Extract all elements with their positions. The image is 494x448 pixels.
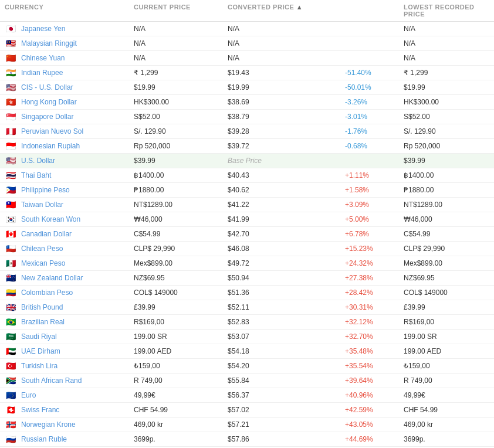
currency-name[interactable]: South Korean Won: [21, 215, 80, 223]
currency-name[interactable]: Swiss Franc: [21, 406, 59, 414]
currency-name[interactable]: Colombian Peso: [21, 289, 73, 297]
currency-cell: 🇵🇪Peruvian Nuevo Sol: [5, 127, 134, 135]
flag-icon: 🇺🇸: [5, 157, 16, 165]
price-diff: +30.31%: [345, 303, 404, 311]
currency-name[interactable]: Hong Kong Dollar: [21, 98, 77, 106]
table-row: 🇰🇷South Korean Won₩46,000$41.99+5.00%₩46…: [0, 212, 494, 227]
price-diff: +43.05%: [345, 420, 404, 429]
price-diff: +42.59%: [345, 406, 404, 414]
currency-cell: 🇰🇷South Korean Won: [5, 215, 134, 223]
lowest-price: $39.99: [404, 157, 489, 165]
current-price: CLP$ 29,990: [134, 245, 228, 253]
table-row: 🇯🇵Japanese YenN/AN/AN/A: [0, 22, 494, 36]
converted-price: $39.28: [228, 127, 345, 135]
lowest-price: R$169,00: [404, 318, 489, 326]
converted-price: $54.20: [228, 362, 345, 370]
price-diff: -0.68%: [345, 142, 404, 150]
converted-price: N/A: [228, 39, 345, 47]
converted-price: N/A: [228, 54, 345, 62]
price-diff: +35.54%: [345, 362, 404, 370]
table-row: 🇮🇩Indonesian RupiahRp 520,000$39.72-0.68…: [0, 139, 494, 154]
currency-name[interactable]: CIS - U.S. Dollar: [21, 83, 73, 91]
converted-price: $46.08: [228, 245, 345, 253]
currency-name[interactable]: Brazilian Real: [21, 318, 65, 326]
table-row: 🇨🇦Canadian DollarC$54.99$42.70+6.78%C$54…: [0, 227, 494, 242]
flag-icon: 🇹🇷: [5, 362, 16, 370]
currency-name[interactable]: British Pound: [21, 303, 63, 311]
currency-name[interactable]: U.S. Dollar: [21, 157, 55, 165]
price-diff: +28.42%: [345, 289, 404, 297]
currency-name[interactable]: Russian Ruble: [21, 435, 67, 443]
flag-icon: 🇬🇧: [5, 303, 16, 311]
currency-cell: 🇺🇸U.S. Dollar: [5, 157, 134, 165]
currency-cell: 🇺🇸CIS - U.S. Dollar: [5, 83, 134, 91]
currency-name[interactable]: Canadian Dollar: [21, 230, 72, 238]
currency-cell: 🇨🇴Colombian Peso: [5, 289, 134, 297]
lowest-price: 199.00 AED: [404, 347, 489, 355]
currency-name[interactable]: Indian Rupee: [21, 69, 63, 77]
table-row: 🇹🇭Thai Baht฿1400.00$40.43+1.11%฿1400.00: [0, 168, 494, 183]
currency-name[interactable]: Taiwan Dollar: [21, 201, 63, 209]
flag-icon: 🇷🇺: [5, 435, 16, 443]
converted-price: $38.79: [228, 113, 345, 121]
current-price: ₹ 1,299: [134, 69, 228, 77]
currency-name[interactable]: Indonesian Rupiah: [21, 142, 80, 150]
flag-icon: 🇵🇭: [5, 186, 16, 194]
currency-name[interactable]: UAE Dirham: [21, 347, 60, 355]
table-row: 🇸🇬Singapore DollarS$52.00$38.79-3.01%S$5…: [0, 110, 494, 124]
currency-name[interactable]: Turkish Lira: [21, 362, 57, 370]
price-diff: +24.32%: [345, 259, 404, 267]
current-price: CHF 54.99: [134, 406, 228, 414]
current-price: C$54.99: [134, 230, 228, 238]
current-price: ₩46,000: [134, 215, 228, 223]
flag-icon: 🇸🇦: [5, 332, 16, 341]
table-row: 🇿🇦South African RandR 749,00$55.84+39.64…: [0, 374, 494, 388]
converted-price: $40.43: [228, 171, 345, 179]
currency-cell: 🇮🇳Indian Rupee: [5, 69, 134, 77]
currency-name[interactable]: Thai Baht: [21, 171, 51, 179]
currency-name[interactable]: Euro: [21, 391, 36, 399]
table-row: 🇧🇷Brazilian RealR$169,00$52.83+32.12%R$1…: [0, 315, 494, 330]
header-converted-price: CONVERTED PRICE ▲: [228, 4, 345, 18]
currency-name[interactable]: Norwegian Krone: [21, 420, 76, 429]
table-row: 🇦🇪UAE Dirham199.00 AED$54.18+35.48%199.0…: [0, 344, 494, 359]
currency-name[interactable]: Chilean Peso: [21, 245, 63, 253]
sort-arrow-icon[interactable]: ▲: [296, 4, 303, 11]
flag-icon: 🇨🇱: [5, 245, 16, 253]
currency-name[interactable]: Saudi Riyal: [21, 332, 57, 341]
converted-price: $56.37: [228, 391, 345, 399]
price-diff: +32.70%: [345, 332, 404, 341]
converted-price: Base Price: [228, 157, 345, 165]
table-row: 🇮🇳Indian Rupee₹ 1,299$19.43-51.40%₹ 1,29…: [0, 66, 494, 80]
table-row: 🇵🇭Philippine Peso₱1880.00$40.62+1.58%₱18…: [0, 183, 494, 198]
currency-cell: 🇹🇼Taiwan Dollar: [5, 201, 134, 209]
flag-icon: 🇨🇳: [5, 54, 16, 62]
current-price: Mex$899.00: [134, 259, 228, 267]
currency-name[interactable]: Singapore Dollar: [21, 113, 73, 121]
table-row: 🇨🇱Chilean PesoCLP$ 29,990$46.08+15.23%CL…: [0, 242, 494, 256]
currency-name[interactable]: Japanese Yen: [21, 25, 65, 33]
price-diff: +35.48%: [345, 347, 404, 355]
currency-name[interactable]: Mexican Peso: [21, 259, 65, 267]
table-row: 🇬🇧British Pound£39.99$52.11+30.31%£39.99: [0, 300, 494, 315]
price-diff: +44.69%: [345, 435, 404, 443]
currency-name[interactable]: New Zealand Dollar: [21, 274, 83, 282]
flag-icon: 🇪🇺: [5, 391, 16, 399]
converted-price: $52.83: [228, 318, 345, 326]
lowest-price: S/. 129.90: [404, 127, 489, 135]
currency-name[interactable]: Philippine Peso: [21, 186, 70, 194]
flag-icon: 🇺🇸: [5, 83, 16, 91]
converted-price: $54.18: [228, 347, 345, 355]
table-row: 🇸🇦Saudi Riyal199.00 SR$53.07+32.70%199.0…: [0, 330, 494, 344]
price-diff: +27.38%: [345, 274, 404, 282]
currency-name[interactable]: Chinese Yuan: [21, 54, 65, 62]
lowest-price: ₱1880.00: [404, 186, 489, 194]
currency-name[interactable]: Malaysian Ringgit: [21, 39, 77, 47]
current-price: 3699р.: [134, 435, 228, 443]
flag-icon: 🇦🇪: [5, 347, 16, 355]
price-diff: +3.09%: [345, 201, 404, 209]
currency-name[interactable]: South African Rand: [21, 376, 82, 385]
lowest-price: NZ$69.95: [404, 274, 489, 282]
currency-name[interactable]: Peruvian Nuevo Sol: [21, 127, 83, 135]
currency-cell: 🇯🇵Japanese Yen: [5, 25, 134, 33]
